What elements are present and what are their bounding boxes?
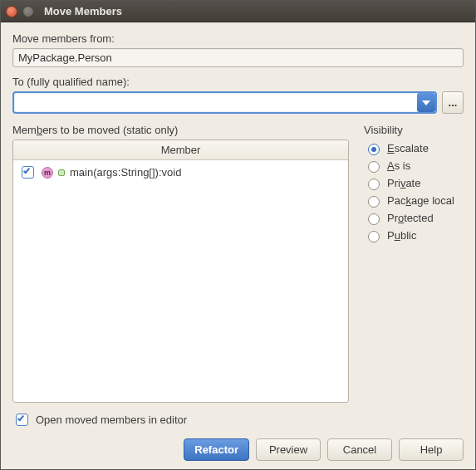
method-icon: m [42,167,53,179]
radio-asis[interactable] [368,161,380,173]
window-minimize-button[interactable] [22,6,34,17]
radio-label: Private [387,177,420,189]
browse-button-label: ... [449,96,458,109]
radio-label: Package local [387,194,454,207]
radio-label: Public [387,229,416,242]
radio-private[interactable] [368,179,380,190]
move-to-input[interactable] [12,91,437,114]
radio-package[interactable] [368,196,380,208]
window-title: Move Members [44,5,122,17]
visibility-label: Visibility [364,124,464,136]
members-list-body: m main(args:String[]):void [13,160,348,402]
table-row[interactable]: m main(args:String[]):void [13,160,348,184]
visibility-option-protected[interactable]: Protected [364,211,464,225]
move-to-label: To (fully qualified name): [12,76,464,88]
members-section: Members to be moved (static only) Member… [12,124,349,403]
visibility-option-escalate[interactable]: Escalate [364,141,464,155]
move-to-combo[interactable] [12,91,437,114]
open-moved-row[interactable]: Open moved members in editor [12,411,464,428]
preview-button[interactable]: Preview [256,438,321,461]
open-moved-label: Open moved members in editor [36,414,187,426]
members-column-header: Member [13,140,348,160]
chevron-down-icon[interactable] [417,93,435,112]
cancel-button[interactable]: Cancel [327,438,392,461]
static-decorator-icon [58,169,65,176]
visibility-option-asis[interactable]: As is [364,159,464,173]
visibility-section: Visibility Escalate As is Private Packag… [364,124,464,403]
browse-button[interactable]: ... [442,91,464,114]
move-members-dialog: Move Members Move members from: To (full… [0,0,476,470]
move-from-field[interactable] [12,48,464,67]
radio-protected[interactable] [368,213,380,225]
titlebar: Move Members [1,1,475,22]
window-close-button[interactable] [6,6,17,17]
member-signature: main(args:String[]):void [70,166,181,179]
visibility-option-package[interactable]: Package local [364,193,464,208]
refactor-button[interactable]: Refactor [184,438,249,461]
move-from-label: Move members from: [12,32,464,45]
radio-label: Protected [387,212,434,224]
dialog-content: Move members from: To (fully qualified n… [1,22,475,469]
member-checkbox[interactable] [22,166,34,179]
dialog-buttons: Refactor Preview Cancel Help [12,438,464,461]
radio-escalate[interactable] [368,144,380,155]
visibility-option-public[interactable]: Public [364,228,464,242]
members-table: Member m main(args:String[]):void [12,140,349,403]
open-moved-checkbox[interactable] [16,414,28,426]
radio-public[interactable] [368,231,380,242]
radio-label: As is [387,159,410,172]
help-button[interactable]: Help [399,438,464,461]
radio-label: Escalate [387,142,429,154]
members-section-label: Members to be moved (static only) [12,124,349,136]
visibility-option-private[interactable]: Private [364,176,464,190]
